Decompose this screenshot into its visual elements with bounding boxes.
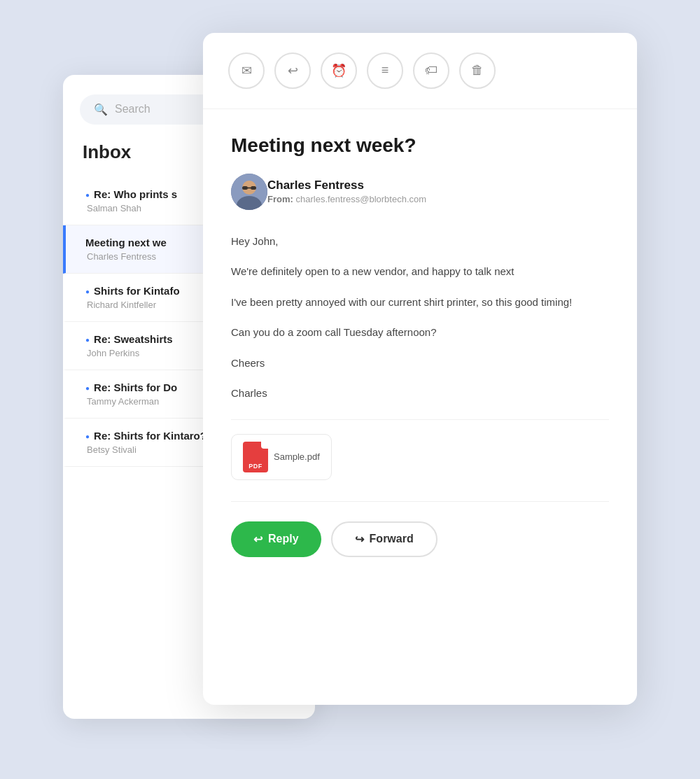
attachment-name: Sample.pdf bbox=[274, 451, 320, 462]
reply-button[interactable]: ↩ Reply bbox=[231, 521, 321, 557]
app-container: 🔍 Search Inbox Re: Who prints sSalman Sh… bbox=[63, 33, 637, 747]
email-content: Meeting next week? Charles Fent bbox=[203, 109, 637, 582]
mail-button[interactable]: ✉ bbox=[228, 52, 265, 89]
svg-rect-4 bbox=[251, 186, 256, 190]
attachment-item[interactable]: PDF Sample.pdf bbox=[231, 434, 332, 480]
email-body-paragraph: Can you do a zoom call Tuesday afternoon… bbox=[231, 323, 609, 342]
email-detail-panel: ✉↩⏰≡🏷🗑 Meeting next week? bbox=[203, 33, 637, 705]
forward-label: Forward bbox=[370, 533, 414, 545]
menu-button[interactable]: ≡ bbox=[367, 52, 403, 89]
svg-rect-3 bbox=[242, 186, 248, 190]
pdf-icon: PDF bbox=[243, 442, 268, 472]
forward-arrow-icon: ↪ bbox=[355, 533, 364, 546]
attachment-section: PDF Sample.pdf bbox=[231, 419, 609, 480]
forward-button[interactable]: ↪ Forward bbox=[331, 521, 438, 557]
sender-email: charles.fentress@blorbtech.com bbox=[295, 194, 426, 204]
email-body-paragraph: Charles bbox=[231, 384, 609, 402]
email-body-paragraph: I've been pretty annoyed with our curren… bbox=[231, 293, 609, 311]
sender-email-line: From: charles.fentress@blorbtech.com bbox=[267, 194, 426, 204]
email-body: Hey John,We're definitely open to a new … bbox=[231, 232, 609, 402]
sender-details: Charles Fentress From: charles.fentress@… bbox=[267, 178, 426, 204]
email-body-paragraph: We're definitely open to a new vendor, a… bbox=[231, 262, 609, 281]
avatar bbox=[231, 174, 267, 210]
reply-label: Reply bbox=[268, 533, 299, 545]
search-icon: 🔍 bbox=[94, 103, 108, 116]
delete-button[interactable]: 🗑 bbox=[459, 52, 496, 89]
alarm-button[interactable]: ⏰ bbox=[321, 52, 357, 89]
sender-name: Charles Fentress bbox=[267, 178, 426, 192]
tag-button[interactable]: 🏷 bbox=[413, 52, 449, 89]
search-placeholder: Search bbox=[115, 103, 150, 115]
reply-arrow-icon: ↩ bbox=[253, 533, 262, 546]
email-toolbar: ✉↩⏰≡🏷🗑 bbox=[203, 33, 637, 109]
email-body-paragraph: Cheers bbox=[231, 354, 609, 372]
email-body-paragraph: Hey John, bbox=[231, 232, 609, 251]
action-buttons: ↩ Reply ↪ Forward bbox=[231, 501, 609, 557]
reply-mail-button[interactable]: ↩ bbox=[274, 52, 311, 89]
sender-info: Charles Fentress From: charles.fentress@… bbox=[231, 174, 609, 210]
from-label: From: bbox=[267, 194, 293, 204]
email-subject: Meeting next week? bbox=[231, 134, 609, 157]
